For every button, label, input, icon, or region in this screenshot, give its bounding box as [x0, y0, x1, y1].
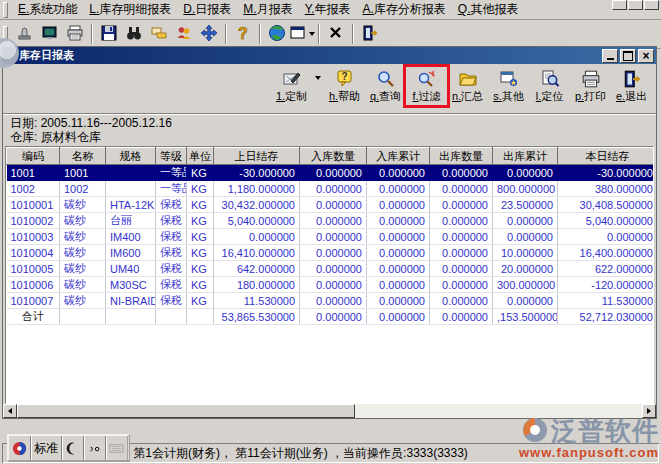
table-cell[interactable]: 保税: [156, 293, 187, 309]
scroll-right-button[interactable]: [642, 404, 656, 418]
table-cell[interactable]: 0.000000: [300, 165, 367, 181]
table-cell[interactable]: 30,432.000000: [214, 197, 300, 213]
minimize-button[interactable]: [602, 49, 618, 63]
window-controls-fragment[interactable]: [612, 0, 659, 10]
monitor-button[interactable]: [37, 23, 62, 46]
table-cell[interactable]: 1010007: [7, 293, 60, 309]
ime-fullwidth-moon-icon[interactable]: [62, 436, 84, 460]
table-cell[interactable]: 0.000000: [558, 229, 655, 245]
scrollbar-track[interactable]: [355, 404, 642, 418]
table-cell[interactable]: UM40: [106, 261, 156, 277]
column-header[interactable]: 名称: [60, 148, 106, 165]
horizontal-scrollbar[interactable]: [3, 404, 656, 418]
table-cell[interactable]: 保税: [156, 197, 187, 213]
table-row[interactable]: 1010003碳纱IM400保税KG0.0000000.0000000.0000…: [7, 229, 655, 245]
scroll-left-button[interactable]: [3, 404, 17, 418]
table-cell[interactable]: KG: [187, 181, 214, 197]
other-button[interactable]: s.其他: [488, 67, 529, 105]
table-row[interactable]: 1010005碳纱UM40保税KG642.0000000.0000000.000…: [7, 261, 655, 277]
close-button[interactable]: ×: [638, 49, 654, 63]
table-cell[interactable]: 一等品: [156, 181, 187, 197]
table-cell[interactable]: 800.000000: [493, 181, 558, 197]
column-header[interactable]: 规格: [106, 148, 156, 165]
hand-card-button[interactable]: [146, 23, 171, 46]
ime-punctuation-icon[interactable]: [84, 436, 106, 460]
column-header[interactable]: 入库累计: [367, 148, 430, 165]
table-cell[interactable]: 1010005: [7, 261, 60, 277]
table-cell[interactable]: 保税: [156, 213, 187, 229]
table-cell[interactable]: 10.000000: [493, 245, 558, 261]
table-row[interactable]: 1010006碳纱M30SC保税KG180.0000000.0000000.00…: [7, 277, 655, 293]
menu-item-3[interactable]: D.日报表: [177, 0, 237, 19]
table-cell[interactable]: 0.000000: [214, 229, 300, 245]
menu-item-2[interactable]: L.库存明细报表: [83, 0, 177, 19]
table-cell[interactable]: KG: [187, 245, 214, 261]
table-cell[interactable]: 0.000000: [300, 245, 367, 261]
table-cell[interactable]: 1,180.000000: [214, 181, 300, 197]
globe-button[interactable]: [264, 23, 289, 46]
table-cell[interactable]: 碳纱: [60, 293, 106, 309]
table-cell[interactable]: 0.000000: [300, 197, 367, 213]
table-cell[interactable]: 0.000000: [493, 165, 558, 181]
move-button[interactable]: [196, 23, 221, 46]
table-cell[interactable]: 一等品: [156, 165, 187, 181]
table-cell[interactable]: -30.000000: [558, 165, 655, 181]
table-cell[interactable]: 0.000000: [367, 261, 430, 277]
table-cell[interactable]: 1001: [7, 165, 60, 181]
customize-button[interactable]: 1.定制: [271, 67, 312, 105]
table-cell[interactable]: 0.000000: [430, 181, 493, 197]
table-row[interactable]: 1010002碳纱台丽保税KG5,040.0000000.0000000.000…: [7, 213, 655, 229]
close-x-button[interactable]: [323, 23, 348, 46]
menu-item-7[interactable]: Q.其他报表: [452, 0, 525, 19]
report-window-titlebar[interactable]: 库存日报表 ×: [3, 47, 656, 64]
table-cell[interactable]: 0.000000: [367, 197, 430, 213]
table-cell[interactable]: 碳纱: [60, 245, 106, 261]
table-cell[interactable]: 0.000000: [367, 245, 430, 261]
table-cell[interactable]: 11.530000: [558, 293, 655, 309]
table-cell[interactable]: 180.000000: [214, 277, 300, 293]
window-button[interactable]: [289, 23, 314, 46]
table-cell[interactable]: KG: [187, 261, 214, 277]
column-header[interactable]: 上日结存: [214, 148, 300, 165]
table-cell[interactable]: KG: [187, 293, 214, 309]
column-header[interactable]: 本日结存: [558, 148, 655, 165]
customize-dropdown-arrow[interactable]: [312, 67, 324, 80]
table-cell[interactable]: 0.000000: [367, 181, 430, 197]
table-cell[interactable]: KG: [187, 229, 214, 245]
menu-item-5[interactable]: Y.年报表: [299, 0, 357, 19]
print-button[interactable]: p.打印: [570, 67, 611, 105]
ime-mode-button[interactable]: 标准: [31, 436, 62, 460]
table-cell[interactable]: 0.000000: [367, 293, 430, 309]
table-cell[interactable]: 0.000000: [493, 229, 558, 245]
table-cell[interactable]: 1010001: [7, 197, 60, 213]
table-cell[interactable]: 622.000000: [558, 261, 655, 277]
column-header[interactable]: 单位: [187, 148, 214, 165]
table-cell[interactable]: 0.000000: [300, 277, 367, 293]
menu-item-4[interactable]: M.月报表: [237, 0, 298, 19]
table-cell[interactable]: NI-BRAID: [106, 293, 156, 309]
table-row[interactable]: 1010001碳纱HTA-12K保税KG30,432.0000000.00000…: [7, 197, 655, 213]
maximize-button[interactable]: [620, 49, 636, 63]
table-cell[interactable]: KG: [187, 277, 214, 293]
help-button[interactable]: ?h.帮助: [324, 67, 365, 105]
table-cell[interactable]: 台丽: [106, 213, 156, 229]
printer-button[interactable]: [62, 23, 87, 46]
table-cell[interactable]: 保税: [156, 245, 187, 261]
table-cell[interactable]: 0.000000: [430, 197, 493, 213]
table-cell[interactable]: 11.530000: [214, 293, 300, 309]
table-cell[interactable]: 1010003: [7, 229, 60, 245]
table-cell[interactable]: 1001: [60, 165, 106, 181]
table-cell[interactable]: M30SC: [106, 277, 156, 293]
table-cell[interactable]: [106, 165, 156, 181]
column-header[interactable]: 入库数量: [300, 148, 367, 165]
table-cell[interactable]: 5,040.000000: [558, 213, 655, 229]
table-cell[interactable]: 0.000000: [367, 229, 430, 245]
filter-button[interactable]: f.过滤: [406, 67, 447, 105]
table-cell[interactable]: 碳纱: [60, 229, 106, 245]
table-cell[interactable]: 300.000000: [493, 277, 558, 293]
help-button[interactable]: ?: [230, 23, 255, 46]
table-cell[interactable]: 0.000000: [300, 293, 367, 309]
exit-door-button[interactable]: [357, 23, 382, 46]
table-cell[interactable]: 0.000000: [367, 165, 430, 181]
table-cell[interactable]: 0.000000: [300, 229, 367, 245]
